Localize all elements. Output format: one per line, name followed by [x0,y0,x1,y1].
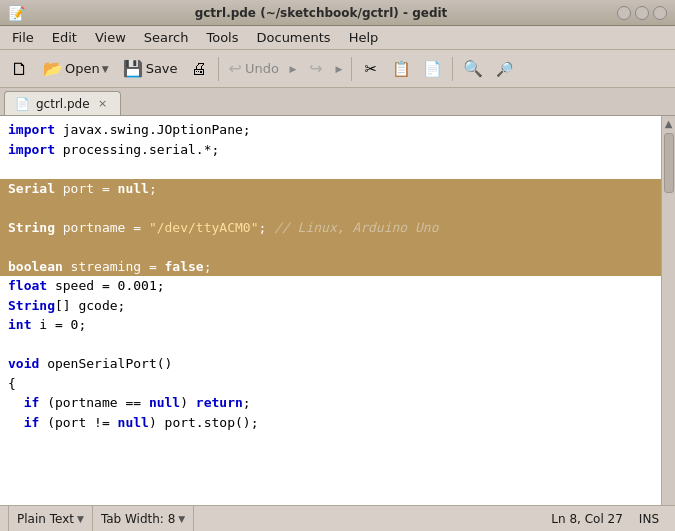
tabwidth-label: Tab Width: 8 [101,512,175,526]
titlebar-buttons [617,6,667,20]
paste-icon: 📄 [423,60,442,78]
minimize-button[interactable] [617,6,631,20]
menu-documents[interactable]: Documents [249,28,339,47]
toolbar: 🗋 📂 Open ▼ 💾 Save 🖨 ↩ Undo ▶ ↪ ▶ ✂ 📋 [0,50,675,88]
copy-icon: 📋 [392,60,411,78]
redo-button[interactable]: ↪ [302,54,330,84]
titlebar-icon: 📝 [8,5,25,21]
save-icon: 💾 [123,59,143,78]
scrollbar[interactable]: ▲ [661,116,675,505]
menu-file[interactable]: File [4,28,42,47]
titlebar-title: gctrl.pde (~/sketchbook/gctrl) - gedit [195,6,448,20]
menu-search[interactable]: Search [136,28,197,47]
code-line-12 [8,335,653,355]
open-button[interactable]: 📂 Open ▼ [36,54,116,84]
folder-icon: 📂 [43,59,63,78]
code-line-6: String portname = "/dev/ttyACM0"; // Lin… [0,218,661,238]
insert-mode-label: INS [631,512,667,526]
redo-icon: ↪ [309,59,322,78]
copy-button[interactable]: 📋 [387,54,416,84]
code-line-3 [8,159,653,179]
filetype-dropdown-arrow: ▼ [77,514,84,524]
statusbar: Plain Text ▼ Tab Width: 8 ▼ Ln 8, Col 27… [0,505,675,531]
menu-view[interactable]: View [87,28,134,47]
menu-edit[interactable]: Edit [44,28,85,47]
filetype-selector[interactable]: Plain Text ▼ [8,506,93,531]
save-button[interactable]: 💾 Save [118,54,183,84]
menu-help[interactable]: Help [341,28,387,47]
code-line-9: float speed = 0.001; [8,276,653,296]
editor-content: import javax.swing.JOptionPane; import p… [0,116,675,505]
new-button[interactable]: 🗋 [6,54,34,84]
print-icon: 🖨 [191,59,207,78]
code-line-1: import javax.swing.JOptionPane; [8,120,653,140]
tabwidth-selector[interactable]: Tab Width: 8 ▼ [93,506,194,531]
search-button[interactable]: 🔍 [458,54,488,84]
titlebar: 📝 gctrl.pde (~/sketchbook/gctrl) - gedit [0,0,675,26]
code-line-14: { [8,374,653,394]
search-replace-icon: 🔎 [495,59,515,79]
code-line-4: Serial port = null; [0,179,661,199]
print-button[interactable]: 🖨 [185,54,213,84]
code-line-5 [0,198,661,218]
save-label: Save [146,61,178,76]
undo-dropdown-arrow: ▶ [289,64,296,74]
editor-container: import javax.swing.JOptionPane; import p… [0,116,675,505]
open-dropdown-arrow[interactable]: ▼ [102,64,109,74]
code-editor[interactable]: import javax.swing.JOptionPane; import p… [0,116,661,505]
menubar: File Edit View Search Tools Documents He… [0,26,675,50]
toolbar-separator-2 [351,57,352,81]
tab-doc-icon: 📄 [15,97,30,111]
scrollbar-up-arrow[interactable]: ▲ [665,118,673,129]
close-button[interactable] [653,6,667,20]
paste-button[interactable]: 📄 [418,54,447,84]
code-line-16: if (port != null) port.stop(); [8,413,653,433]
undo-button[interactable]: ↩ Undo [224,54,284,84]
open-label: Open [65,61,100,76]
tab-close-button[interactable]: × [96,97,110,111]
tabbar: 📄 gctrl.pde × [0,88,675,116]
tab-label: gctrl.pde [36,97,90,111]
code-line-13: void openSerialPort() [8,354,653,374]
undo-dropdown-button[interactable]: ▶ [286,54,300,84]
tab-gctrl[interactable]: 📄 gctrl.pde × [4,91,121,115]
search-icon: 🔍 [463,59,483,78]
menu-tools[interactable]: Tools [198,28,246,47]
redo-dropdown-button[interactable]: ▶ [332,54,346,84]
scrollbar-thumb[interactable] [664,133,674,193]
maximize-button[interactable] [635,6,649,20]
code-line-8: boolean streaming = false; [0,257,661,277]
search-replace-button[interactable]: 🔎 [490,54,520,84]
cut-icon: ✂ [365,60,378,78]
code-line-10: String[] gcode; [8,296,653,316]
undo-label: Undo [245,61,279,76]
code-line-7 [0,237,661,257]
toolbar-separator-3 [452,57,453,81]
cut-button[interactable]: ✂ [357,54,385,84]
code-line-15: if (portname == null) return; [8,393,653,413]
tabwidth-dropdown-arrow: ▼ [178,514,185,524]
redo-dropdown-arrow: ▶ [335,64,342,74]
code-line-11: int i = 0; [8,315,653,335]
new-icon: 🗋 [11,58,29,79]
toolbar-separator-1 [218,57,219,81]
filetype-label: Plain Text [17,512,74,526]
cursor-position-label: Ln 8, Col 27 [543,512,631,526]
code-line-2: import processing.serial.*; [8,140,653,160]
undo-icon: ↩ [229,59,242,78]
